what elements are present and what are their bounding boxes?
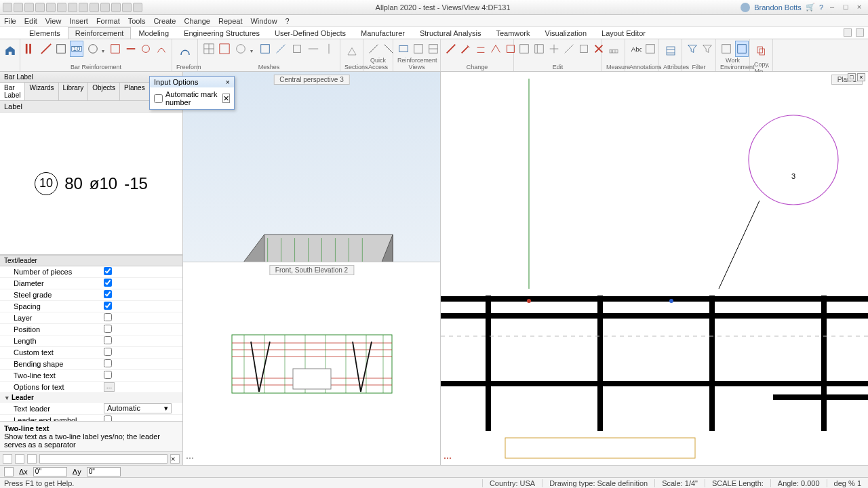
menu-create[interactable]: Create: [153, 17, 176, 25]
bar-icon[interactable]: [86, 41, 98, 57]
popup-checkbox[interactable]: [154, 94, 163, 103]
bar-icon[interactable]: [109, 41, 121, 57]
filter-icon[interactable]: [686, 41, 698, 57]
qat-button[interactable]: [111, 3, 121, 12]
property-list[interactable]: Number of piecesDiameterSteel gradeSpaci…: [0, 266, 182, 421]
mesh-icon[interactable]: [202, 41, 216, 57]
ptab-library[interactable]: Library: [59, 83, 89, 100]
qat-button[interactable]: [14, 3, 23, 12]
status-angle[interactable]: 0.000: [801, 479, 820, 487]
bar-icon[interactable]: [155, 41, 167, 57]
edit-icon[interactable]: [533, 41, 545, 57]
status-country[interactable]: USA: [520, 479, 536, 487]
foot-close[interactable]: ×: [170, 454, 180, 464]
menu-format[interactable]: Format: [96, 17, 120, 25]
dx-input[interactable]: [33, 467, 67, 476]
bar-label-icon[interactable]: 10: [70, 41, 83, 57]
property-pick[interactable]: …: [104, 382, 115, 392]
view-menu-icon[interactable]: [443, 454, 452, 462]
popup-apply[interactable]: ✕: [222, 94, 230, 103]
qat-button[interactable]: [79, 3, 88, 12]
view-label[interactable]: Central perspective 3: [273, 75, 350, 85]
tab-engineering[interactable]: Engineering Structures: [176, 27, 267, 39]
menu-help[interactable]: ?: [285, 17, 290, 25]
ptab-barlabel[interactable]: Bar Label: [0, 83, 25, 100]
qat-button[interactable]: [35, 3, 45, 12]
text-icon[interactable]: Abc: [629, 41, 642, 57]
property-checkbox[interactable]: [104, 359, 112, 367]
view-icon[interactable]: [427, 41, 439, 57]
qat-button[interactable]: [3, 3, 12, 12]
view-icon[interactable]: [397, 41, 410, 57]
dy-input[interactable]: [87, 467, 121, 476]
ptab-objects[interactable]: Objects: [88, 83, 120, 100]
popup-close[interactable]: ×: [226, 78, 230, 86]
property-combo[interactable]: Automatic▾: [104, 403, 172, 413]
viewport-plan[interactable]: Plan 1 □× 3: [441, 72, 868, 465]
property-row[interactable]: Options for text…: [0, 382, 182, 393]
search-icon[interactable]: [856, 28, 864, 37]
foot-btn[interactable]: [15, 454, 24, 464]
annot-icon[interactable]: [644, 41, 656, 57]
qat-button[interactable]: [68, 3, 77, 12]
edit-icon[interactable]: [548, 41, 560, 57]
property-checkbox[interactable]: [104, 290, 112, 298]
menu-edit[interactable]: Edit: [24, 17, 37, 25]
tab-visualization[interactable]: Visualization: [538, 27, 595, 39]
property-row[interactable]: Text leaderAutomatic▾: [0, 403, 182, 415]
foot-btn[interactable]: [27, 454, 37, 464]
filter-icon[interactable]: [701, 41, 713, 57]
user-name[interactable]: Brandon Botts: [754, 3, 802, 12]
view-icon[interactable]: [412, 41, 425, 57]
property-checkbox[interactable]: [104, 302, 112, 310]
property-checkbox[interactable]: [104, 279, 112, 287]
home-icon[interactable]: [4, 41, 16, 61]
property-checkbox[interactable]: [104, 313, 112, 321]
qat-button[interactable]: [57, 3, 66, 12]
close-button[interactable]: ×: [854, 3, 864, 12]
user-icon[interactable]: [741, 3, 750, 12]
property-checkbox[interactable]: [104, 325, 112, 333]
tab-userdefined[interactable]: User-Defined Objects: [267, 27, 353, 39]
freeform-icon[interactable]: [176, 41, 193, 61]
env-icon[interactable]: [720, 41, 732, 57]
mesh-icon[interactable]: [307, 41, 320, 57]
dropdown-icon[interactable]: [250, 46, 256, 52]
status-dtype[interactable]: Scale definition: [597, 479, 648, 487]
section-icon[interactable]: [344, 41, 359, 61]
property-row[interactable]: Bending shape: [0, 359, 182, 370]
qa-icon[interactable]: [368, 41, 380, 57]
dropdown-icon[interactable]: [102, 46, 106, 52]
edit-icon[interactable]: [518, 41, 530, 57]
edit-icon[interactable]: [563, 41, 575, 57]
bar-icon[interactable]: [55, 41, 67, 57]
change-icon[interactable]: [460, 41, 472, 57]
property-row[interactable]: Length: [0, 336, 182, 347]
property-checkbox[interactable]: [104, 348, 112, 356]
qat-button[interactable]: [100, 3, 110, 12]
change-icon[interactable]: [490, 41, 502, 57]
mesh-icon[interactable]: [234, 41, 248, 57]
tab-reinforcement[interactable]: Reinforcement: [68, 27, 132, 39]
property-checkbox[interactable]: [104, 415, 112, 421]
copy-icon[interactable]: [754, 41, 768, 61]
help-icon[interactable]: ?: [819, 3, 823, 12]
settings-icon[interactable]: [844, 28, 852, 37]
menu-insert[interactable]: Insert: [69, 17, 88, 25]
property-row[interactable]: Number of pieces: [0, 266, 182, 278]
edit-icon[interactable]: [578, 41, 590, 57]
maximize-button[interactable]: □: [841, 3, 850, 12]
menu-tools[interactable]: Tools: [128, 17, 146, 25]
tab-teamwork[interactable]: Teamwork: [488, 27, 537, 39]
property-row[interactable]: Spacing: [0, 301, 182, 312]
menu-repeat[interactable]: Repeat: [218, 17, 242, 25]
bar-icon[interactable]: [140, 41, 152, 57]
property-row[interactable]: Steel grade: [0, 289, 182, 301]
qat-button[interactable]: [46, 3, 56, 12]
qat-button[interactable]: [122, 3, 132, 12]
menu-view[interactable]: View: [45, 17, 62, 25]
tab-manufacturer[interactable]: Manufacturer: [353, 27, 412, 39]
property-row[interactable]: Position: [0, 324, 182, 336]
minimize-button[interactable]: –: [827, 3, 837, 12]
bar-icon[interactable]: [39, 41, 52, 57]
